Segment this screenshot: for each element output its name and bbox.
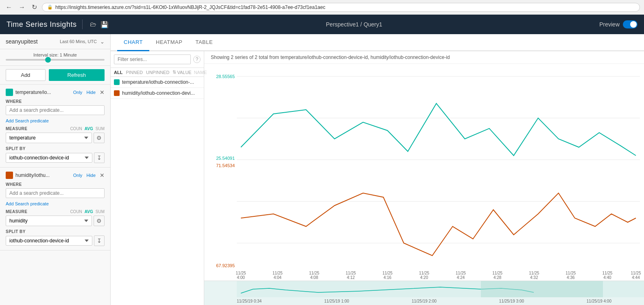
series-tab-unpinned[interactable]: UNPINNED [146, 70, 169, 75]
chart-tabs: CHART HEATMAP TABLE [111, 34, 644, 51]
timeline-svg [237, 281, 644, 297]
measure-sum-1[interactable]: SUM [96, 126, 105, 131]
where-label-1: WHERE [6, 99, 105, 104]
temperature-line [241, 103, 636, 155]
svg-text:11/25: 11/25 [273, 271, 283, 275]
svg-text:11/25: 11/25 [529, 271, 539, 275]
url-bar[interactable]: 🔒 https://insights.timeseries.azure.cn/?… [42, 3, 640, 12]
measure-avg-2[interactable]: AVG [85, 209, 93, 214]
svg-rect-34 [481, 281, 603, 297]
reload-button[interactable]: ↻ [30, 2, 39, 12]
svg-text:67.92395: 67.92395 [216, 263, 235, 268]
measure-tabs-2: COUN AVG SUM [70, 209, 105, 214]
chart-title: Showing 2 series of 2 total from tempera… [204, 51, 644, 64]
svg-text:11/25: 11/25 [631, 271, 641, 275]
measure-count-1[interactable]: COUN [70, 126, 82, 131]
svg-text:4:20: 4:20 [420, 275, 428, 280]
query-hide-1[interactable]: Hide [86, 90, 96, 95]
sidebar-header-right: Last 60 Mins, UTC ⌄ [60, 39, 105, 45]
search-predicate-input-1[interactable] [6, 105, 105, 115]
query-color-box-1 [6, 89, 13, 96]
svg-text:4:40: 4:40 [603, 275, 611, 280]
interval-slider-track[interactable] [6, 59, 105, 61]
query-header-1: temperature/io... Only Hide ✕ [6, 89, 105, 96]
svg-text:11/25: 11/25 [456, 271, 466, 275]
forward-button[interactable]: → [17, 3, 27, 12]
download-button-1[interactable]: ↧ [94, 152, 105, 163]
back-button[interactable]: ← [4, 3, 14, 12]
query-only-1[interactable]: Only [73, 90, 83, 95]
save-icon-btn[interactable]: 💾 [100, 21, 109, 28]
help-icon[interactable]: ? [193, 56, 201, 63]
svg-text:11/25: 11/25 [309, 271, 319, 275]
sort-value-label: VALUE [177, 70, 191, 75]
series-tabs-row: ALL PINNED UNPINNED ⇅ VALUE NAME [111, 68, 204, 77]
chart-svg: 28.55565 25.54091 71.54534 67.92395 11/2… [204, 64, 644, 281]
query-only-2[interactable]: Only [73, 173, 83, 178]
tab-table[interactable]: TABLE [189, 34, 219, 51]
timeline-label-2: 11/25/19 1:00 [324, 299, 349, 303]
add-button[interactable]: Add [6, 69, 46, 81]
chart-svg-area: 28.55565 25.54091 71.54534 67.92395 11/2… [204, 64, 644, 281]
series-item-2[interactable]: humidity/iothub-connection-devi... [111, 88, 204, 99]
timeline-bar[interactable]: 11/25/19 0:34 11/25/19 1:00 11/25/19 2:0… [204, 281, 644, 305]
url-text: https://insights.timeseries.azure.cn/?si… [55, 4, 325, 10]
interval-section: Interval size: 1 Minute [0, 49, 110, 66]
search-predicate-input-2[interactable] [6, 188, 105, 198]
download-button-2[interactable]: ↧ [94, 235, 105, 246]
query-name-2: humidity/iothu... [15, 172, 71, 178]
measure-tabs-1: COUN AVG SUM [70, 126, 105, 131]
where-label-2: WHERE [6, 182, 105, 187]
sidebar-header: seanyupitest Last 60 Mins, UTC ⌄ [0, 34, 110, 49]
measure-select-1[interactable]: temperature [6, 133, 92, 143]
query-close-1[interactable]: ✕ [100, 89, 105, 96]
header-icons: 🗁 💾 [90, 21, 109, 28]
measure-count-2[interactable]: COUN [70, 209, 82, 214]
measure-label-1: MEASURE [6, 126, 70, 131]
svg-text:4:04: 4:04 [273, 275, 282, 280]
svg-text:25.54091: 25.54091 [216, 156, 235, 161]
split-select-1[interactable]: iothub-connection-device-id [6, 153, 92, 163]
humidity-line [241, 193, 636, 256]
add-predicate-link-2[interactable]: Add Search predicate [6, 201, 105, 206]
filter-series-input[interactable] [114, 54, 191, 64]
query-hide-2[interactable]: Hide [86, 173, 96, 178]
tab-chart[interactable]: CHART [117, 34, 149, 51]
split-row-1: iothub-connection-device-id ↧ [6, 152, 105, 163]
chart-container: ? ALL PINNED UNPINNED ⇅ VALUE NAME tempe… [111, 51, 644, 305]
query-block-2: humidity/iothu... Only Hide ✕ WHERE Add … [0, 168, 110, 251]
measure-select-2[interactable]: humidity [6, 216, 92, 226]
tab-heatmap[interactable]: HEATMAP [149, 34, 189, 51]
series-name-1: temperature/iothub-connection-... [122, 79, 201, 85]
series-tab-pinned[interactable]: PINNED [126, 70, 143, 75]
svg-text:71.54534: 71.54534 [216, 163, 235, 168]
preview-label: Preview [599, 21, 620, 28]
interval-slider-thumb[interactable] [45, 57, 51, 63]
folder-icon-btn[interactable]: 🗁 [90, 21, 96, 28]
gear-button-1[interactable]: ⚙ [94, 133, 105, 143]
split-label-2: SPLIT BY [6, 229, 105, 234]
instance-name: seanyupitest [6, 38, 38, 45]
svg-text:4:44: 4:44 [632, 275, 640, 280]
perspective-query-label: Perspective1 / Query1 [326, 21, 382, 28]
svg-text:28.55565: 28.55565 [216, 74, 235, 79]
timeline-label-4: 11/25/19 3:00 [499, 299, 524, 303]
refresh-button[interactable]: Refresh [49, 69, 105, 81]
svg-text:4:00: 4:00 [237, 275, 245, 280]
split-select-2[interactable]: iothub-connection-device-id [6, 236, 92, 246]
svg-text:4:16: 4:16 [384, 275, 392, 280]
query-close-2[interactable]: ✕ [100, 172, 105, 179]
series-tab-all[interactable]: ALL [114, 70, 122, 75]
add-predicate-link-1[interactable]: Add Search predicate [6, 118, 105, 123]
timeline-label-3: 11/25/19 2:00 [412, 299, 437, 303]
chevron-down-icon[interactable]: ⌄ [100, 39, 105, 45]
time-range-label: Last 60 Mins, UTC [60, 39, 97, 44]
series-sort[interactable]: ⇅ VALUE NAME [172, 70, 207, 75]
preview-toggle[interactable] [623, 20, 637, 28]
measure-sum-2[interactable]: SUM [96, 209, 105, 214]
query-color-box-2 [6, 172, 13, 179]
series-color-box-2 [114, 90, 120, 96]
measure-avg-1[interactable]: AVG [85, 126, 93, 131]
gear-button-2[interactable]: ⚙ [94, 216, 105, 226]
series-item-1[interactable]: temperature/iothub-connection-... [111, 77, 204, 88]
